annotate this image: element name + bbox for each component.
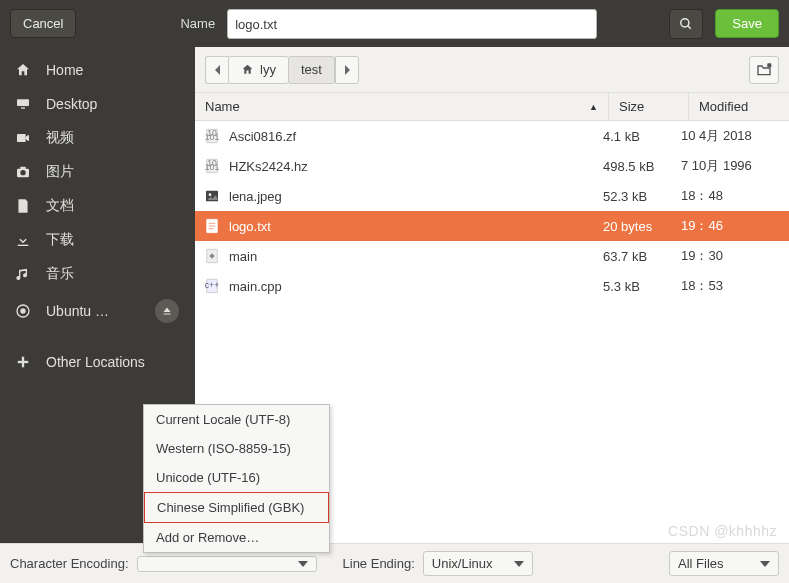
svg-rect-8: [18, 245, 29, 246]
chevron-right-icon: [343, 65, 351, 75]
cppfile-icon: c++: [203, 277, 221, 295]
sidebar-item-pictures[interactable]: 图片: [0, 155, 195, 189]
sidebar-item-downloads[interactable]: 下载: [0, 223, 195, 257]
sidebar-item-label: 下载: [46, 231, 181, 249]
file-row[interactable]: 10101Asci0816.zf4.1 kB10 4月 2018: [195, 121, 789, 151]
file-row[interactable]: 10101HZKs2424.hz498.5 kB7 10月 1996: [195, 151, 789, 181]
nav-forward-button[interactable]: [335, 56, 359, 84]
encoding-menu-item[interactable]: Unicode (UTF-16): [144, 463, 329, 492]
svg-rect-11: [164, 314, 171, 315]
svg-text:c++: c++: [205, 280, 219, 290]
search-button[interactable]: [669, 9, 703, 39]
sidebar-item-documents[interactable]: 文档: [0, 189, 195, 223]
new-folder-icon: [756, 63, 772, 77]
sidebar-item-videos[interactable]: 视频: [0, 121, 195, 155]
encoding-combo[interactable]: [137, 556, 317, 572]
file-name: HZKs2424.hz: [229, 159, 603, 174]
svg-point-6: [20, 170, 25, 175]
name-label: Name: [180, 16, 215, 31]
sort-asc-icon: ▲: [589, 102, 598, 112]
file-row[interactable]: main63.7 kB19：30: [195, 241, 789, 271]
file-size: 498.5 kB: [603, 159, 681, 174]
svg-rect-14: [767, 63, 771, 67]
sidebar-item-label: Other Locations: [46, 354, 181, 370]
file-name: Asci0816.zf: [229, 129, 603, 144]
breadcrumb-label: lyy: [260, 62, 276, 77]
line-ending-value: Unix/Linux: [432, 556, 493, 571]
chevron-left-icon: [214, 65, 222, 75]
camera-icon: [14, 163, 32, 181]
column-header-size[interactable]: Size: [609, 93, 689, 120]
column-header-modified[interactable]: Modified: [689, 93, 789, 120]
encoding-menu-item[interactable]: Western (ISO-8859-15): [144, 434, 329, 463]
eject-icon: [161, 305, 173, 317]
header-bar: Cancel Name logo.txt Save: [0, 0, 789, 47]
line-ending-label: Line Ending:: [343, 556, 415, 571]
eject-button[interactable]: [155, 299, 179, 323]
bottom-bar: Character Encoding: Line Ending: Unix/Li…: [0, 543, 789, 583]
svg-point-22: [209, 193, 212, 196]
cancel-button[interactable]: Cancel: [10, 9, 76, 38]
file-name: lena.jpeg: [229, 189, 603, 204]
nav-back-button[interactable]: [205, 56, 229, 84]
file-name: main: [229, 249, 603, 264]
body: Home Desktop 视频 图片 文档 下载 音乐 Ubuntu …: [0, 47, 789, 543]
breadcrumb-home[interactable]: lyy: [228, 56, 289, 84]
line-ending-combo[interactable]: Unix/Linux: [423, 551, 533, 576]
plus-icon: [14, 353, 32, 371]
svg-point-10: [21, 309, 25, 313]
sidebar-item-label: Ubuntu …: [46, 303, 141, 319]
video-icon: [14, 129, 32, 147]
sidebar-item-label: 文档: [46, 197, 181, 215]
file-name: main.cpp: [229, 279, 603, 294]
path-bar: lyy test: [195, 47, 789, 93]
file-size: 63.7 kB: [603, 249, 681, 264]
encoding-menu: Current Locale (UTF-8)Western (ISO-8859-…: [143, 404, 330, 553]
image-icon: [203, 187, 221, 205]
file-row[interactable]: logo.txt20 bytes19：46: [195, 211, 789, 241]
svg-rect-4: [17, 134, 26, 142]
svg-rect-7: [20, 167, 25, 170]
encoding-menu-item[interactable]: Add or Remove…: [144, 523, 329, 552]
file-modified: 19：30: [681, 247, 781, 265]
disc-icon: [14, 302, 32, 320]
file-filter-combo[interactable]: All Files: [669, 551, 779, 576]
file-size: 5.3 kB: [603, 279, 681, 294]
search-icon: [679, 17, 693, 31]
svg-text:101: 101: [205, 162, 220, 172]
exec-icon: [203, 247, 221, 265]
file-modified: 7 10月 1996: [681, 157, 781, 175]
file-size: 52.3 kB: [603, 189, 681, 204]
music-icon: [14, 265, 32, 283]
file-size: 4.1 kB: [603, 129, 681, 144]
save-button[interactable]: Save: [715, 9, 779, 38]
svg-line-1: [688, 25, 691, 28]
encoding-menu-item[interactable]: Current Locale (UTF-8): [144, 405, 329, 434]
file-modified: 18：53: [681, 277, 781, 295]
filename-input[interactable]: [227, 9, 597, 39]
file-modified: 18：48: [681, 187, 781, 205]
encoding-menu-item[interactable]: Chinese Simplified (GBK): [144, 492, 329, 523]
desktop-icon: [14, 95, 32, 113]
sidebar-item-desktop[interactable]: Desktop: [0, 87, 195, 121]
column-header-name[interactable]: Name▲: [195, 93, 609, 120]
sidebar-item-label: Desktop: [46, 96, 181, 112]
home-icon: [14, 61, 32, 79]
file-row[interactable]: c++main.cpp5.3 kB18：53: [195, 271, 789, 301]
chevron-down-icon: [298, 561, 308, 567]
file-modified: 10 4月 2018: [681, 127, 781, 145]
breadcrumb-test[interactable]: test: [288, 56, 335, 84]
encoding-label: Character Encoding:: [10, 556, 129, 571]
file-filter-value: All Files: [678, 556, 724, 571]
sidebar-item-label: 音乐: [46, 265, 181, 283]
sidebar-item-label: 图片: [46, 163, 181, 181]
chevron-down-icon: [760, 561, 770, 567]
sidebar-item-other-locations[interactable]: Other Locations: [0, 345, 195, 379]
file-row[interactable]: lena.jpeg52.3 kB18：48: [195, 181, 789, 211]
sidebar-item-music[interactable]: 音乐: [0, 257, 195, 291]
new-folder-button[interactable]: [749, 56, 779, 84]
binfile-icon: 10101: [203, 127, 221, 145]
sidebar-item-home[interactable]: Home: [0, 53, 195, 87]
download-icon: [14, 231, 32, 249]
sidebar-item-ubuntu-disc[interactable]: Ubuntu …: [0, 291, 195, 331]
